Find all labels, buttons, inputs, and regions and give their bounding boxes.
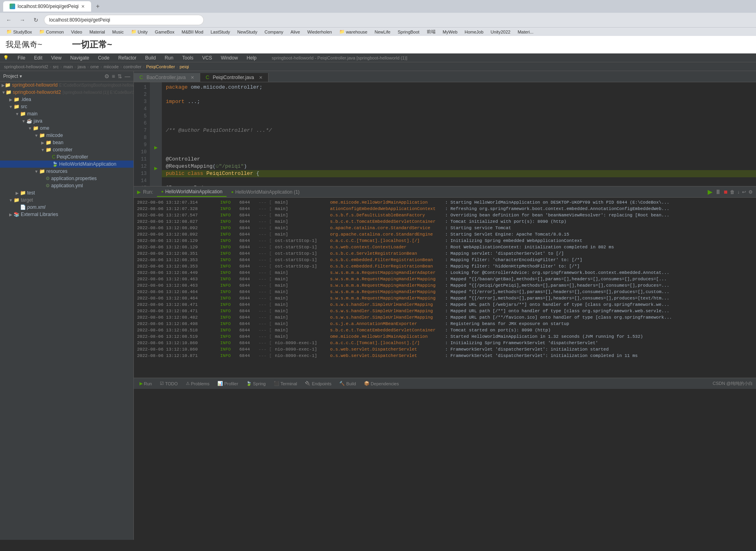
- bookmark-unity2022[interactable]: Unity2022: [487, 29, 514, 35]
- sidebar-icon-sort[interactable]: ⇅: [117, 73, 122, 79]
- sidebar-icon-settings[interactable]: ⚙: [104, 73, 109, 79]
- tree-item-ome[interactable]: ▼ 📁 ome: [0, 125, 133, 132]
- menu-refactor[interactable]: Refactor: [117, 54, 138, 61]
- menu-navigate[interactable]: Navigate: [69, 54, 91, 61]
- bookmark-newstudy[interactable]: NewStudy: [234, 29, 261, 35]
- tree-item-helloworld[interactable]: ▶ 📁 springboot-helloworld E:\CodeBox\Spr…: [0, 81, 133, 89]
- tree-item-src[interactable]: ▼ 📁 src: [0, 103, 133, 110]
- statusbar-dependencies[interactable]: 📦 Dependencies: [362, 380, 401, 387]
- run-gutter-icon-13[interactable]: ▶: [154, 145, 157, 150]
- menu-file[interactable]: File: [16, 54, 27, 61]
- bookmark-music[interactable]: Music: [109, 29, 127, 35]
- statusbar-build[interactable]: 🔨 Build: [337, 380, 358, 387]
- bookmark-mbii[interactable]: M&BII Mod: [179, 29, 207, 35]
- bookmark-materi[interactable]: Materi...: [514, 29, 537, 35]
- new-tab-button[interactable]: +: [93, 1, 103, 12]
- console-scroll-button[interactable]: ↓: [737, 189, 740, 195]
- bookmark-wiederholen[interactable]: Wiederholen: [304, 29, 335, 35]
- refresh-button[interactable]: ↻: [30, 14, 42, 26]
- tree-item-ext-libs[interactable]: ▶ 📚 External Libraries: [0, 211, 133, 218]
- tree-item-target[interactable]: ▼ 📁 target: [0, 196, 133, 204]
- console-tab-2[interactable]: ● HelloWorldMainApplication (1): [227, 188, 304, 196]
- statusbar-profiler[interactable]: 📊 Profiler: [215, 380, 241, 387]
- statusbar-spring[interactable]: 🍃 Spring: [244, 380, 268, 387]
- tree-item-helloworld2[interactable]: ▼ 📁 springboot-helloworld2 [springboot-h…: [0, 89, 133, 96]
- code-line-8: [166, 134, 752, 141]
- address-bar[interactable]: localhost:8090/peiqi/getPeiqi: [44, 15, 204, 25]
- console-area: ▶ Run: ● HelloWorldMainApplication ● Hel…: [134, 186, 756, 378]
- bookmark-gamebox[interactable]: GameBox: [152, 29, 178, 35]
- breadcrumb-miicode[interactable]: miicode: [103, 64, 119, 69]
- bookmark-alive[interactable]: Alive: [287, 29, 303, 35]
- console-pause-button[interactable]: ⏸: [715, 188, 721, 196]
- menu-build[interactable]: Build: [143, 54, 157, 61]
- breadcrumb-peiqicontroller[interactable]: PeiqiController: [146, 64, 175, 69]
- tab-close-button[interactable]: ✕: [81, 4, 85, 9]
- menu-view[interactable]: View: [50, 54, 63, 61]
- bookmark-myweb[interactable]: MyWeb: [440, 29, 461, 35]
- breadcrumb-peiqi[interactable]: peiqi: [179, 64, 189, 69]
- console-stop-button[interactable]: ■: [724, 188, 728, 196]
- breadcrumb-controller[interactable]: controller: [123, 64, 141, 69]
- tree-item-java[interactable]: ▼ ☕ java: [0, 117, 133, 125]
- bookmark-video[interactable]: Video: [68, 29, 86, 35]
- tree-item-resources[interactable]: ▼ 📁 resources: [0, 168, 133, 175]
- tab-bao-close[interactable]: ✕: [191, 75, 194, 80]
- menu-tools[interactable]: Tools: [181, 54, 195, 61]
- active-tab[interactable]: localhost:8090/peiqi/getPeiqi ✕: [3, 1, 91, 12]
- tree-item-helloworldmain[interactable]: 🍃 HelloWorldMainApplication: [0, 161, 133, 168]
- statusbar-todo[interactable]: ☑ TODO: [157, 380, 180, 387]
- console-tab-1[interactable]: ● HelloWorldMainApplication: [157, 187, 226, 197]
- menu-edit[interactable]: Edit: [32, 54, 44, 61]
- statusbar-run[interactable]: ▶ Run: [137, 380, 154, 387]
- sidebar-icon-list[interactable]: ≡: [112, 73, 115, 79]
- console-clear-button[interactable]: 🗑: [730, 189, 735, 195]
- tree-item-app-yml[interactable]: ⚙ application.yml: [0, 182, 133, 189]
- back-button[interactable]: ←: [3, 14, 14, 26]
- tab-bao-controller[interactable]: C BaoController.java ✕: [134, 73, 200, 82]
- run-gutter-icon-17[interactable]: ▶: [154, 166, 157, 171]
- tree-item-idea[interactable]: ▶ 📁 .idea: [0, 96, 133, 103]
- breadcrumb-ome[interactable]: ome: [90, 64, 99, 69]
- tree-item-main[interactable]: ▼ 📁 main: [0, 110, 133, 117]
- statusbar-problems[interactable]: ⚠ Problems: [183, 380, 212, 387]
- bookmark-studybox[interactable]: 📁 StudyBox: [3, 28, 35, 35]
- tree-item-controller[interactable]: ▼ 📁 controller: [0, 146, 133, 153]
- bookmark-homejob[interactable]: HomeJob: [462, 29, 487, 35]
- tree-item-app-prop[interactable]: ⚙ application.properties: [0, 175, 133, 182]
- breadcrumb-java[interactable]: java: [78, 64, 86, 69]
- bookmark-laststudy[interactable]: LastStudy: [207, 29, 233, 35]
- bookmark-qianduan[interactable]: 前端: [424, 28, 439, 36]
- tab-peiqi-controller[interactable]: C PeiqiController.java ✕: [200, 73, 269, 82]
- bookmark-newlife[interactable]: NewLife: [371, 29, 394, 35]
- console-run-button[interactable]: ▶: [708, 188, 712, 196]
- menu-help[interactable]: Help: [245, 54, 258, 61]
- statusbar-terminal[interactable]: ⬛ Terminal: [271, 380, 300, 387]
- bookmark-material[interactable]: Material: [86, 29, 108, 35]
- bookmark-unity[interactable]: 📁 Unity: [128, 28, 151, 35]
- tree-item-test[interactable]: ▶ 📁 test: [0, 189, 133, 196]
- breadcrumb-main[interactable]: main: [64, 64, 73, 69]
- console-settings-button[interactable]: ⚙: [748, 189, 753, 195]
- menu-run[interactable]: Run: [163, 54, 175, 61]
- lib-icon: 📚: [14, 212, 20, 217]
- tree-item-pom[interactable]: 📄 pom.xml: [0, 204, 133, 211]
- bookmark-common[interactable]: 📁 Common: [36, 28, 67, 35]
- menu-vcs[interactable]: VCS: [201, 54, 214, 61]
- ide-menubar: 💡 File Edit View Navigate Code Refactor …: [0, 54, 756, 62]
- tab-peiqi-close[interactable]: ✕: [259, 75, 263, 80]
- tree-item-miicode[interactable]: ▼ 📁 miicode: [0, 132, 133, 139]
- menu-code[interactable]: Code: [96, 54, 111, 61]
- sidebar-icon-collapse[interactable]: —: [125, 73, 130, 79]
- menu-window[interactable]: Window: [219, 54, 240, 61]
- bookmark-warehouse[interactable]: 📁 warehouse: [336, 28, 371, 35]
- bookmark-company[interactable]: Company: [261, 29, 286, 35]
- console-wrap-button[interactable]: ↩: [742, 189, 746, 195]
- tree-item-peiqi-controller[interactable]: C PeiqiController: [0, 153, 133, 161]
- tree-item-bean[interactable]: ▶ 📁 bean: [0, 139, 133, 146]
- statusbar-endpoints[interactable]: 🔌 Endpoints: [302, 380, 334, 387]
- bookmark-springboot[interactable]: SpringBoot: [394, 29, 422, 35]
- breadcrumb-src[interactable]: src: [53, 64, 59, 69]
- log-line-17: 2022-08-06 13:12:08.471 INFO 6844 --- [ …: [137, 301, 753, 308]
- forward-button[interactable]: →: [17, 14, 28, 26]
